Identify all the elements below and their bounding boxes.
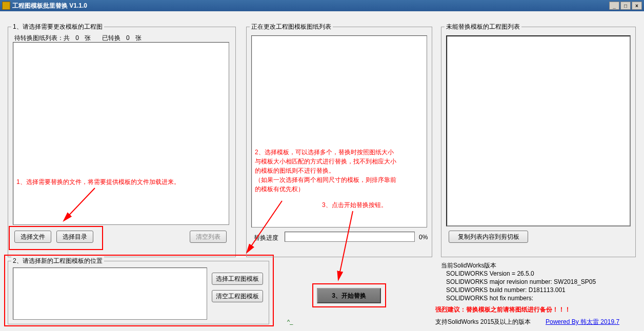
progress-bar	[285, 232, 415, 242]
annotation-2-line2: 与模板大小相匹配的方式进行替换，找不到相应大小	[255, 157, 396, 166]
groupbox-failed-label: 未能替换模板的工程图列表	[445, 23, 521, 31]
stats-line: 待转换图纸列表：共 0 张 已转换 0 张	[14, 34, 142, 43]
caret-icon: ^_	[287, 319, 293, 325]
stats-unit1: 张	[85, 34, 91, 42]
stats-converted-prefix: 已转换	[102, 34, 120, 42]
minimize-button[interactable]: _	[609, 2, 619, 10]
stats-unit2: 张	[135, 34, 142, 42]
groupbox-progress-label: 正在更改工程图模板图纸列表	[250, 23, 333, 31]
select-file-button[interactable]: 选择文件	[14, 231, 51, 243]
annotation-2-line3: 的模板的图纸则不进行替换。	[255, 166, 396, 175]
select-dir-button[interactable]: 选择目录	[56, 231, 93, 243]
powered-by-link[interactable]: Powered By 韩太雷 2019.7	[546, 318, 619, 326]
window-title: 工程图模板批里替换 V1.1.0	[12, 2, 609, 10]
annotation-2-line4: （如果一次选择有两个相同尺寸的模板，则排序靠前	[255, 175, 396, 184]
template-listbox[interactable]	[13, 267, 207, 320]
stats-converted: 0	[126, 34, 130, 42]
info-line2: SOLIDWORKS major revision number: SW2018…	[446, 278, 596, 286]
groupbox-template-label: 2、请选择新的工程图模板的位置	[11, 257, 104, 265]
stats-prefix: 待转换图纸列表：共	[14, 34, 70, 42]
progress-label: 替换进度	[254, 234, 278, 242]
stats-total: 0	[75, 34, 79, 42]
annotation-1: 1、选择需要替换的文件，将需要提供模板的文件加载进来。	[16, 178, 180, 187]
annotation-2: 2、选择模板，可以选择多个，替换时按照图纸大小 与模板大小相匹配的方式进行替换，…	[255, 148, 396, 194]
warning-text: 强烈建议：替换模板之前请将图纸进行备份！！！	[435, 305, 571, 314]
clear-template-button[interactable]: 清空工程图模板	[212, 290, 263, 302]
info-line1: SOLIDWORKS Version = 26.5.0	[446, 270, 596, 278]
start-replace-button[interactable]: 3、开始替换	[317, 288, 381, 303]
source-listbox[interactable]	[13, 42, 229, 225]
progress-percent: 0%	[419, 234, 428, 241]
client-area: 1、请选择需要更改模板的工程图 待转换图纸列表：共 0 张 已转换 0 张 选择…	[0, 11, 644, 331]
info-header: 当前SolidWorks版本	[441, 261, 596, 270]
info-line3: SOLIDWORKS build number: D181113.001	[446, 286, 596, 294]
annotation-3: 3、点击开始替换按钮。	[322, 201, 387, 210]
titlebar: 工程图模板批里替换 V1.1.0 _ □ ×	[0, 0, 644, 11]
progress-listbox[interactable]	[251, 35, 427, 227]
groupbox-source-label: 1、请选择需要更改模板的工程图	[11, 23, 104, 31]
copy-list-button[interactable]: 复制列表内容到剪切板	[449, 231, 528, 243]
app-icon	[2, 2, 10, 10]
window-controls: _ □ ×	[609, 2, 642, 10]
support-text: 支持SolidWorks 2015及以上的版本	[435, 318, 531, 326]
info-line4: SOLIDWORKS hot fix numbers:	[446, 294, 596, 302]
maximize-button[interactable]: □	[620, 2, 631, 10]
failed-listbox[interactable]	[446, 35, 631, 226]
select-template-button[interactable]: 选择工程图模板	[212, 273, 263, 285]
clear-list-button[interactable]: 清空列表	[190, 231, 227, 243]
solidworks-info: 当前SolidWorks版本 SOLIDWORKS Version = 26.5…	[441, 261, 596, 302]
close-button[interactable]: ×	[632, 2, 642, 10]
annotation-2-line5: 的模板有优先权）	[255, 184, 396, 194]
annotation-2-line1: 2、选择模板，可以选择多个，替换时按照图纸大小	[255, 148, 396, 157]
